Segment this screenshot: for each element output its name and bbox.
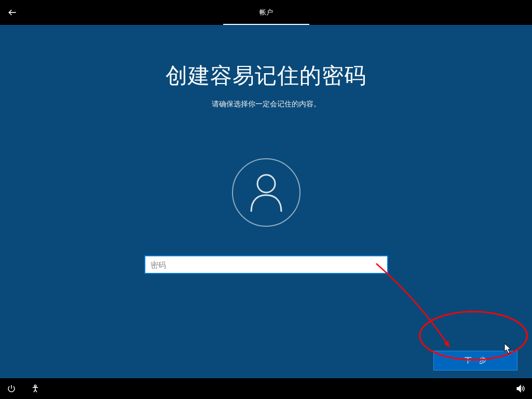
annotation-arrow-icon bbox=[374, 261, 467, 360]
top-bar: 帐户 bbox=[0, 0, 532, 25]
svg-marker-4 bbox=[517, 386, 521, 392]
user-icon bbox=[248, 172, 284, 213]
ease-of-access-button[interactable] bbox=[29, 382, 42, 395]
next-button-label: 下一步 bbox=[465, 356, 486, 365]
ease-of-access-icon bbox=[31, 384, 40, 393]
bottom-bar-left bbox=[5, 382, 42, 395]
page-title: 创建容易记住的密码 bbox=[166, 61, 366, 90]
volume-icon bbox=[515, 384, 526, 393]
svg-point-3 bbox=[34, 385, 36, 387]
bottom-bar bbox=[0, 378, 532, 399]
main-content: 创建容易记住的密码 请确保选择你一定会记住的内容。 下一步 bbox=[0, 25, 532, 378]
svg-point-1 bbox=[257, 175, 275, 192]
tabs: 帐户 bbox=[223, 0, 309, 25]
bottom-bar-right bbox=[514, 382, 527, 395]
volume-button[interactable] bbox=[514, 382, 527, 395]
page-subtitle: 请确保选择你一定会记住的内容。 bbox=[212, 100, 321, 109]
user-avatar bbox=[232, 158, 301, 227]
back-button[interactable] bbox=[0, 0, 25, 25]
password-input[interactable] bbox=[144, 255, 388, 274]
tab-account[interactable]: 帐户 bbox=[223, 0, 309, 25]
power-button[interactable] bbox=[5, 382, 18, 395]
power-icon bbox=[7, 384, 16, 393]
next-button[interactable]: 下一步 bbox=[433, 351, 517, 370]
back-arrow-icon bbox=[7, 7, 18, 18]
tab-account-label: 帐户 bbox=[260, 8, 273, 17]
